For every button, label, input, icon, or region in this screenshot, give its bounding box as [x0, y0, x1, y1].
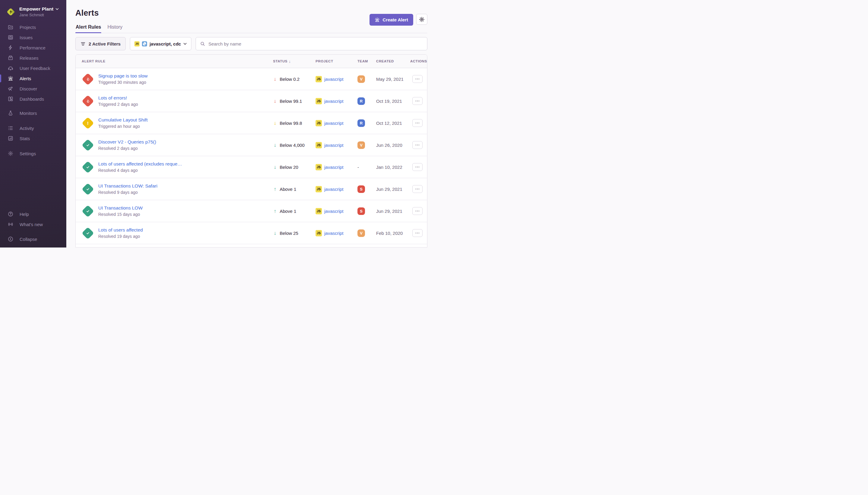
project-cell: JS javascript [315, 164, 358, 170]
user-feedback-icon [7, 65, 14, 71]
sidebar-item-label: Releases [20, 55, 39, 61]
check-icon [86, 187, 90, 191]
table-row[interactable]: ! Signup page is too slow Triggered 30 m… [76, 68, 427, 90]
project-link[interactable]: javascript [324, 76, 343, 82]
status-value: Below 4,000 [280, 142, 305, 148]
tab-alert-rules[interactable]: Alert Rules [75, 24, 101, 33]
org-switcher[interactable]: Empower Plant Jane Schmidt [0, 0, 66, 18]
alert-state-icon-wrap: ! [82, 117, 94, 129]
alert-rule-link[interactable]: Discover V2 - Queries p75() [98, 139, 156, 145]
sidebar-item-discover[interactable]: Discover [0, 84, 66, 94]
row-actions-button[interactable] [412, 75, 422, 83]
sidebar-item-alerts[interactable]: Alerts [0, 73, 66, 84]
alert-rule-link[interactable]: UI Transactions LOW: Safari [98, 183, 157, 189]
alert-rule-link[interactable]: Lots of users affected [98, 227, 143, 233]
sidebar-item-monitors[interactable]: Monitors [0, 108, 66, 118]
table-row[interactable]: ! Lots of users affected (excludes reque… [76, 156, 427, 178]
alert-rule-link[interactable]: Signup page is too slow [98, 73, 148, 79]
alert-rule-link[interactable]: Cumulative Layout Shift [98, 117, 148, 123]
javascript-platform-icon: JS [315, 120, 322, 126]
row-actions-button[interactable] [412, 207, 422, 215]
releases-icon [7, 55, 14, 61]
team-avatar: V [358, 141, 365, 149]
project-link[interactable]: javascript [324, 142, 343, 148]
team-cell: - [358, 164, 376, 171]
project-link[interactable]: javascript [324, 165, 343, 170]
python-platform-icon [142, 41, 147, 47]
create-alert-button[interactable]: Create Alert [369, 14, 413, 25]
check-icon [86, 143, 90, 148]
sidebar-item-performance[interactable]: Performance [0, 42, 66, 53]
project-link[interactable]: javascript [324, 187, 343, 192]
tab-history[interactable]: History [107, 24, 123, 33]
created-date: Jun 29, 2021 [376, 209, 402, 214]
row-actions-button[interactable] [412, 119, 422, 127]
project-link[interactable]: javascript [324, 121, 343, 126]
alert-rule-link[interactable]: Lots of errors! [98, 95, 138, 101]
sidebar-item-issues[interactable]: Issues [0, 32, 66, 42]
alert-settings-button[interactable] [416, 14, 427, 25]
sidebar-item-settings[interactable]: Settings [0, 148, 66, 158]
team-avatar: R [358, 119, 365, 127]
sidebar-item-stats[interactable]: Stats [0, 133, 66, 143]
status-value: Above 1 [280, 187, 296, 192]
created-date: Feb 10, 2020 [376, 231, 403, 236]
project-link[interactable]: javascript [324, 231, 343, 236]
alert-rule-cell: ! Lots of errors! Triggered 2 days ago [82, 95, 273, 107]
sidebar: Empower Plant Jane Schmidt Projects Issu… [0, 0, 66, 248]
table-row[interactable]: ! Lots of errors! Triggered 2 days ago ↓… [76, 90, 427, 112]
active-filters-button[interactable]: 2 Active Filters [75, 37, 126, 50]
created-date: May 29, 2021 [376, 76, 403, 82]
search-input[interactable] [208, 41, 423, 47]
team-avatar: - [358, 164, 365, 171]
alert-rule-link[interactable]: Lots of users affected (excludes reque… [98, 161, 182, 167]
table-row[interactable]: ! Cumulative Layout Shift Triggered an h… [76, 112, 427, 134]
table-row[interactable]: ! Discover V2 - Queries p75() Resolved 2… [76, 134, 427, 156]
alert-state-diamond-icon: ! [81, 95, 94, 107]
column-header-status[interactable]: STATUS↓ [273, 59, 315, 64]
row-actions-button[interactable] [412, 97, 422, 105]
created-cell: Jun 26, 2020 [376, 142, 410, 148]
actions-cell [410, 185, 427, 193]
table-row[interactable]: ! UI Transactions LOW: Safari Resolved 9… [76, 178, 427, 200]
javascript-platform-icon: JS [315, 98, 322, 104]
broadcast-icon [7, 221, 14, 227]
row-actions-button[interactable] [412, 229, 422, 237]
siren-icon [7, 75, 14, 81]
project-link[interactable]: javascript [324, 209, 343, 214]
sidebar-item-activity[interactable]: Activity [0, 123, 66, 133]
created-cell: Oct 12, 2021 [376, 121, 410, 126]
check-icon [86, 165, 90, 169]
sidebar-item-label: Settings [20, 151, 36, 156]
alert-rule-subtitle: Triggered 30 minutes ago [98, 80, 148, 85]
created-cell: Oct 19, 2021 [376, 99, 410, 104]
alert-rule-text: Cumulative Layout Shift Triggered an hou… [98, 117, 154, 129]
table-row[interactable]: ! Lots of users affected Resolved 19 day… [76, 222, 427, 244]
sidebar-item-user-feedback[interactable]: User Feedback [0, 63, 66, 73]
alert-state-diamond-icon: ! [81, 117, 94, 129]
row-actions-button[interactable] [412, 141, 422, 149]
javascript-platform-icon: JS [315, 142, 322, 148]
table-row[interactable]: ! UI Transactions LOW Resolved 15 days a… [76, 200, 427, 222]
project-link[interactable]: javascript [324, 99, 343, 104]
sidebar-item-dashboards[interactable]: Dashboards [0, 94, 66, 104]
alert-state-diamond-icon: ! [81, 227, 94, 239]
sidebar-item-whats-new[interactable]: What's new [0, 219, 66, 229]
sidebar-item-label: Help [20, 211, 29, 217]
javascript-platform-icon: JS [315, 230, 322, 236]
filter-bar: 2 Active Filters JS javascript, cdc [75, 37, 427, 50]
alert-state-diamond-icon: ! [81, 161, 94, 173]
alert-rule-link[interactable]: UI Transactions LOW [98, 205, 142, 211]
project-cell: JS javascript [315, 120, 358, 126]
sidebar-item-releases[interactable]: Releases [0, 53, 66, 63]
trend-arrow-icon: ↓ [273, 99, 277, 104]
sidebar-item-projects[interactable]: Projects [0, 22, 66, 32]
check-icon [86, 209, 90, 214]
actions-cell [410, 207, 427, 215]
sidebar-item-help[interactable]: Help [0, 209, 66, 219]
project-filter-dropdown[interactable]: JS javascript, cdc [130, 37, 191, 50]
project-cell: JS javascript [315, 76, 358, 82]
row-actions-button[interactable] [412, 185, 422, 193]
row-actions-button[interactable] [412, 163, 422, 171]
sidebar-item-collapse[interactable]: Collapse [0, 234, 66, 244]
